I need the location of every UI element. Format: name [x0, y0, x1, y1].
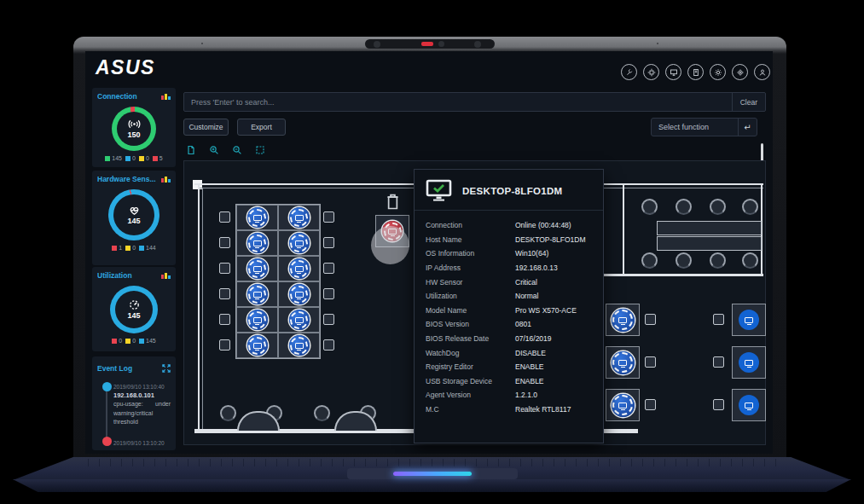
event-item[interactable]: 2019/09/10 13:10:20	[113, 438, 171, 446]
device-icon[interactable]	[612, 309, 635, 332]
round-chair	[314, 405, 330, 421]
meeting-table	[657, 221, 762, 235]
event-ip: 192.168.0.101	[113, 391, 171, 399]
chair	[219, 288, 230, 299]
tooltip-row: Model NamePro WS X570-ACE	[426, 304, 592, 318]
wall-meeting-bottom	[601, 274, 763, 276]
select-rect-icon[interactable]	[255, 143, 265, 159]
tooltip-row: WatchDogDISABLE	[426, 345, 592, 360]
trash-icon[interactable]	[386, 192, 400, 214]
deploy-icon[interactable]	[643, 64, 659, 80]
desk-cell	[236, 230, 278, 256]
microphone-hole	[657, 43, 658, 44]
chair	[713, 314, 724, 325]
tooltip-row: BIOS Release Date07/16/2019	[426, 332, 592, 346]
mini-chart-icon	[161, 272, 171, 279]
monitor-glyph	[253, 317, 262, 323]
device-icon[interactable]	[739, 395, 759, 415]
gauge-value: 145	[127, 311, 140, 320]
tooltip-row: Agent Version1.2.1.0	[426, 388, 592, 403]
device-icon[interactable]	[247, 233, 268, 253]
broadcast-icon	[128, 119, 141, 130]
event-item[interactable]: 2019/09/10 13:10:40 192.168.0.101 cpu-us…	[113, 382, 171, 427]
monitor-glyph	[295, 266, 304, 272]
search-input[interactable]	[184, 98, 732, 107]
device-icon[interactable]	[247, 258, 268, 279]
device-icon[interactable]	[739, 310, 759, 330]
mini-chart-icon	[161, 93, 171, 100]
camera-lens-icon	[374, 41, 380, 48]
map-toolbar	[186, 143, 265, 159]
device-icon[interactable]	[247, 335, 268, 356]
device-icon[interactable]	[289, 233, 310, 253]
expand-icon[interactable]	[162, 361, 171, 376]
utilization-gauge[interactable]: 145	[110, 286, 158, 333]
connection-gauge[interactable]: 150	[112, 107, 156, 151]
round-chair	[710, 199, 726, 215]
utilization-panel: Utilization 145 00145	[92, 267, 176, 351]
event-timeline: 2019/09/10 13:10:40 192.168.0.101 cpu-us…	[102, 382, 171, 446]
tooltip-row: USB Storage DeviceENABLE	[426, 374, 592, 389]
desk-cell	[278, 205, 320, 230]
legend-item: 0	[125, 245, 136, 251]
device-desk	[732, 346, 766, 379]
export-button[interactable]: Export	[237, 119, 286, 136]
device-icon[interactable]	[289, 258, 310, 279]
camera-sensor-icon	[438, 41, 444, 47]
account-icon[interactable]	[754, 64, 770, 80]
desk-cell	[236, 307, 278, 333]
select-function-dropdown[interactable]: Select function ↵	[651, 118, 757, 136]
display-icon[interactable]	[665, 64, 681, 80]
device-icon[interactable]	[289, 335, 310, 356]
monitor-glyph	[745, 403, 753, 408]
chair	[219, 211, 230, 223]
file-icon[interactable]	[186, 143, 196, 159]
event-status-dot	[102, 437, 112, 446]
event-text: cpu-usage: under warning/critical thresh…	[113, 400, 171, 427]
server-icon[interactable]	[687, 64, 704, 80]
legend-item: 145	[139, 338, 156, 344]
wrench-icon[interactable]	[621, 64, 637, 80]
round-chair	[742, 252, 758, 269]
round-chair	[710, 252, 726, 269]
settings-gear-icon[interactable]	[732, 64, 748, 80]
touch-cursor	[371, 226, 409, 264]
device-icon[interactable]	[289, 310, 310, 330]
hinge-light-bar	[393, 472, 472, 476]
wall-left-inner	[202, 188, 203, 432]
chair	[219, 237, 230, 248]
hardware-sensor-gauge[interactable]: 145	[108, 189, 159, 240]
device-icon[interactable]	[739, 352, 759, 373]
device-icon[interactable]	[289, 207, 310, 228]
gauge-value: 150	[127, 130, 140, 139]
chair	[323, 263, 334, 274]
gauge-legend: 00145	[97, 338, 171, 344]
chair	[323, 211, 334, 223]
event-log-panel: Event Log 2019/09/10 13:10:40 192.168.0.…	[92, 356, 176, 450]
round-chair	[641, 199, 658, 215]
legend-item: 0	[112, 338, 122, 344]
zoom-in-icon[interactable]	[209, 143, 219, 159]
meeting-table	[657, 236, 762, 251]
chair	[323, 314, 334, 325]
gear-icon[interactable]	[710, 64, 726, 80]
clear-button[interactable]: Clear	[732, 93, 765, 111]
zoom-out-icon[interactable]	[232, 143, 242, 159]
device-icon[interactable]	[247, 310, 268, 330]
tooltip-row: OS InformationWin10(64)	[426, 246, 592, 261]
panel-title: Event Log	[97, 364, 132, 373]
microphone-hole	[201, 43, 203, 44]
device-icon[interactable]	[247, 207, 268, 228]
desk-cell	[278, 256, 320, 281]
legend-item: 0	[139, 155, 149, 161]
legend-item: 145	[105, 155, 122, 161]
tooltip-row: BIOS Version0801	[426, 317, 592, 332]
customize-button[interactable]: Customize	[183, 119, 229, 136]
select-function-label: Select function	[652, 123, 738, 131]
desk-cell	[236, 205, 278, 230]
device-icon[interactable]	[247, 284, 268, 304]
device-icon[interactable]	[612, 351, 635, 374]
device-icon[interactable]	[289, 284, 310, 304]
device-icon[interactable]	[612, 394, 635, 417]
legend-item: 144	[139, 245, 156, 251]
